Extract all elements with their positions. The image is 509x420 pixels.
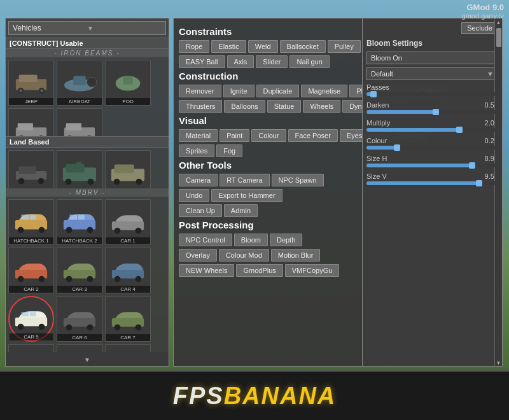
vehicle-car-6-img <box>60 302 99 334</box>
btn-npc-spawn[interactable]: NPC Spawn <box>272 174 324 186</box>
btn-magnetise[interactable]: Magnetise <box>301 85 347 97</box>
bloom-default-select[interactable]: Default ▼ <box>366 67 498 80</box>
vehicle-car-3[interactable]: CAR 3 <box>57 248 102 293</box>
vehicle-human-apc[interactable]: HUMAN APC <box>105 150 151 188</box>
btn-thrusters[interactable]: Thrusters <box>179 100 222 113</box>
vehicle-car-5[interactable]: CAR 5 <box>8 296 54 342</box>
btn-ballsocket[interactable]: Ballsocket <box>280 40 326 53</box>
svg-rect-37 <box>22 214 29 220</box>
btn-statue[interactable]: Statue <box>267 100 302 113</box>
vehicle-ironbeam-x4[interactable]: IRONBEAMx4 <box>57 108 102 136</box>
vehicle-hatchback-2-label: HATCHBACK 2 <box>57 237 102 244</box>
vehicle-hatchback-1[interactable]: HATCHBACK 1 <box>8 199 54 245</box>
bloom-on-dropdown[interactable]: Bloom On <box>366 52 498 64</box>
bloom-colour-track[interactable] <box>366 146 498 150</box>
vehicle-car-7-img <box>109 302 147 334</box>
btn-wheels[interactable]: Wheels <box>303 100 340 113</box>
vehicle-car-1-img <box>109 206 147 237</box>
svg-point-51 <box>66 276 73 283</box>
bloom-passes-track[interactable] <box>366 92 498 96</box>
btn-nail-gun[interactable]: Nail gun <box>289 55 329 68</box>
bloom-size-v-fill <box>366 181 478 185</box>
btn-colour-mod[interactable]: Colour Mod <box>219 249 269 262</box>
scroll-thumb[interactable] <box>496 28 501 47</box>
vehicle-car-1-label: CAR 1 <box>106 237 150 244</box>
btn-overlay[interactable]: Overlay <box>179 249 217 262</box>
vehicle-ironbeam-x2[interactable]: IRONBEAMx2 <box>8 108 54 136</box>
btn-clean-up[interactable]: Clean Up <box>179 204 222 217</box>
vehicle-car-6-label: CAR 6 <box>57 334 102 341</box>
scroll-down-btn[interactable]: ▼ <box>6 352 169 366</box>
bloom-size-h-thumb[interactable] <box>469 162 475 169</box>
vehicle-hatchback-1-label: HATCHBACK 1 <box>9 237 53 244</box>
vehicle-car-2[interactable]: CAR 2 <box>8 248 54 293</box>
btn-material[interactable]: Material <box>179 129 218 142</box>
btn-easy-ball[interactable]: EASY Ball <box>179 55 225 68</box>
scroll-down-arrow-bloom[interactable]: ▼ <box>495 359 503 367</box>
svg-point-45 <box>115 228 121 234</box>
btn-npc-control[interactable]: NPC Control <box>179 234 232 246</box>
vehicle-ragdoll-car[interactable]: RAGDOLL CAR <box>8 150 54 188</box>
vehicle-hatchback-2[interactable]: HATCHBACK 2 <box>57 199 102 245</box>
vehicle-car-7[interactable]: CAR 7 <box>105 296 151 342</box>
bloom-darken-track[interactable] <box>366 110 498 114</box>
gmod-url: gmod.garrv.tv <box>462 12 504 20</box>
bloom-scrollbar[interactable]: ▲ ▼ <box>494 18 502 367</box>
vehicle-car-1[interactable]: CAR 1 <box>105 199 151 245</box>
bloom-darken-thumb[interactable] <box>433 109 439 115</box>
btn-gmodplus[interactable]: GmodPlus <box>236 264 282 277</box>
btn-export-hammer[interactable]: Export to Hammer <box>211 189 282 202</box>
btn-colour[interactable]: Colour <box>251 129 286 142</box>
bloom-multiply-thumb[interactable] <box>456 127 463 133</box>
vehicle-truck-cab[interactable]: TRUCK CAB <box>105 344 151 352</box>
svg-rect-60 <box>30 312 36 316</box>
btn-fog[interactable]: Fog <box>216 144 242 157</box>
bloom-passes-param: Passes 1 <box>366 83 498 96</box>
btn-undo[interactable]: Undo <box>179 189 209 202</box>
vehicles-dropdown[interactable]: Vehicles ▼ <box>8 21 166 35</box>
vehicle-car-4[interactable]: CAR 4 <box>105 248 151 293</box>
btn-sprites[interactable]: Sprites <box>179 144 214 157</box>
bloom-colour-thumb[interactable] <box>394 144 400 151</box>
vehicle-pod[interactable]: POD <box>105 60 151 106</box>
btn-pulley[interactable]: Pulley <box>328 40 361 53</box>
bloom-size-h-track[interactable] <box>366 164 498 167</box>
btn-new-wheels[interactable]: NEW Wheels <box>179 264 234 277</box>
vehicle-truck-1[interactable]: TRUCK 1 <box>57 344 102 352</box>
btn-elastic[interactable]: Elastic <box>211 40 246 53</box>
bloom-passes-thumb[interactable] <box>370 91 377 97</box>
vehicle-car-6[interactable]: CAR 6 <box>57 296 102 342</box>
land-based-grid: RAGDOLL CAR COMBINE APC HUMAN APC <box>6 148 169 188</box>
btn-duplicate[interactable]: Duplicate <box>256 85 300 97</box>
vehicle-car-8[interactable]: CAR 8 <box>8 344 54 352</box>
bloom-colour-fill <box>366 146 397 150</box>
seclude-button[interactable]: Seclude <box>461 22 498 34</box>
btn-motion-blur[interactable]: Motion Blur <box>271 249 321 262</box>
dropdown-arrow-icon: ▼ <box>87 25 162 32</box>
btn-bloom[interactable]: Bloom <box>234 234 268 246</box>
vehicle-airboat[interactable]: AIRBOAT <box>57 60 102 106</box>
btn-rt-camera[interactable]: RT Camera <box>220 174 269 186</box>
btn-admin[interactable]: Admin <box>224 204 258 217</box>
btn-remover[interactable]: Remover <box>179 85 221 97</box>
svg-point-48 <box>18 276 24 283</box>
btn-rope[interactable]: Rope <box>179 40 209 53</box>
btn-slider[interactable]: Slider <box>256 55 288 68</box>
btn-paint[interactable]: Paint <box>220 129 249 142</box>
vehicle-combine-apc[interactable]: COMBINE APC <box>57 150 102 188</box>
bloom-size-v-thumb[interactable] <box>476 180 482 186</box>
bloom-multiply-track[interactable] <box>366 128 498 132</box>
bloom-on-label: Bloom On <box>371 54 402 62</box>
vehicle-truck-1-img <box>60 351 99 352</box>
btn-balloons[interactable]: Balloons <box>224 100 265 113</box>
btn-vmfcopygu[interactable]: VMFCopyGu <box>285 264 340 277</box>
btn-depth[interactable]: Depth <box>270 234 302 246</box>
svg-point-41 <box>87 227 94 234</box>
vehicle-jeep[interactable]: JEEP <box>8 60 54 106</box>
btn-ignite[interactable]: Ignite <box>223 85 254 97</box>
btn-weld[interactable]: Weld <box>248 40 278 53</box>
btn-axis[interactable]: Axis <box>227 55 254 68</box>
btn-camera[interactable]: Camera <box>179 174 218 186</box>
bloom-size-v-track[interactable] <box>366 181 498 185</box>
btn-face-poser[interactable]: Face Poser <box>288 129 338 142</box>
